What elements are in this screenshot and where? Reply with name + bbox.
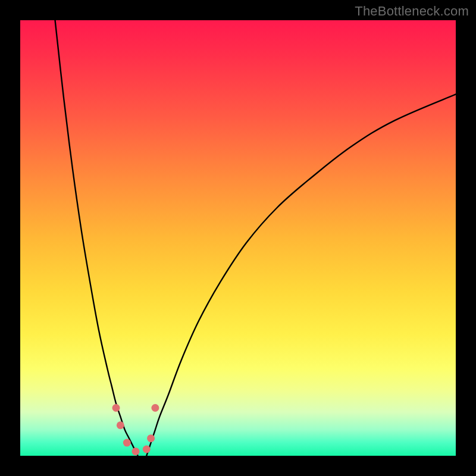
plot-area — [20, 20, 456, 456]
curve-layer — [20, 20, 456, 456]
data-marker — [123, 439, 131, 447]
data-marker — [131, 447, 139, 455]
data-marker — [143, 446, 151, 453]
data-marker — [147, 434, 155, 442]
data-marker — [151, 404, 159, 412]
data-marker — [117, 421, 124, 429]
curve-right-branch — [146, 94, 456, 456]
chart-stage: TheBottleneck.com — [0, 0, 476, 476]
watermark-text: TheBottleneck.com — [355, 4, 469, 19]
data-marker — [112, 404, 120, 412]
curve-left-branch — [55, 20, 138, 456]
